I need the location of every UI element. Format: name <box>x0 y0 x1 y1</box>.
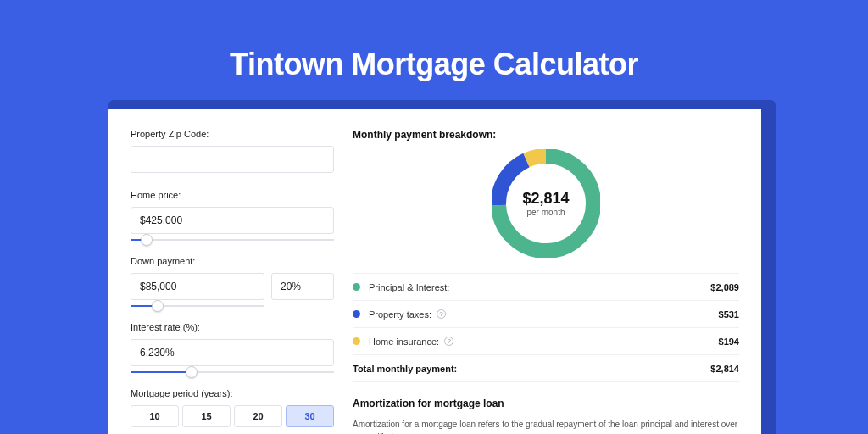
legend-total-value: $2,814 <box>710 364 739 374</box>
legend-row: Home insurance:?$194 <box>353 328 739 355</box>
amortization-section: Amortization for mortgage loan Amortizat… <box>353 398 739 434</box>
donut-chart: $2,814 per month <box>492 149 600 258</box>
page-title: Tintown Mortgage Calculator <box>0 0 868 82</box>
period-option-15[interactable]: 15 <box>182 405 231 427</box>
period-option-20[interactable]: 20 <box>234 405 282 427</box>
amortization-title: Amortization for mortgage loan <box>353 398 739 409</box>
donut-center: $2,814 per month <box>492 149 600 258</box>
legend-row: Property taxes:?$531 <box>353 301 739 328</box>
period-label: Mortgage period (years): <box>131 388 334 398</box>
zip-field: Property Zip Code: <box>131 129 334 173</box>
rate-field: Interest rate (%): <box>131 322 334 366</box>
zip-label: Property Zip Code: <box>131 129 334 139</box>
info-icon[interactable]: ? <box>444 337 453 346</box>
rate-input[interactable] <box>131 339 334 366</box>
price-slider[interactable] <box>131 239 334 241</box>
rate-label: Interest rate (%): <box>131 322 334 332</box>
legend: Principal & Interest:$2,089Property taxe… <box>353 273 739 382</box>
price-field: Home price: <box>131 190 334 234</box>
legend-label: Home insurance:? <box>369 337 719 347</box>
period-option-30[interactable]: 30 <box>286 405 334 427</box>
legend-total-label: Total monthly payment: <box>353 364 710 374</box>
price-slider-handle[interactable] <box>141 234 153 246</box>
down-pct-input[interactable] <box>271 273 334 300</box>
rate-slider-fill <box>131 371 192 373</box>
down-slider-handle[interactable] <box>152 300 164 312</box>
legend-label: Property taxes:? <box>369 309 719 320</box>
period-option-10[interactable]: 10 <box>131 405 179 427</box>
price-label: Home price: <box>131 190 334 200</box>
period-field: Mortgage period (years): 10152030 <box>131 388 334 427</box>
down-field: Down payment: <box>131 256 334 300</box>
rate-slider[interactable] <box>131 371 334 373</box>
price-input[interactable] <box>131 207 334 234</box>
zip-input[interactable] <box>131 146 334 173</box>
donut-caption: per month <box>526 208 565 217</box>
down-input[interactable] <box>131 273 264 300</box>
info-icon[interactable]: ? <box>437 309 446 319</box>
rate-slider-handle[interactable] <box>186 366 198 378</box>
donut-wrap: $2,814 per month <box>353 149 739 258</box>
legend-dot <box>353 283 360 291</box>
legend-value: $2,089 <box>710 282 739 292</box>
breakdown-panel: Monthly payment breakdown: $2,814 per mo… <box>353 129 739 414</box>
breakdown-title: Monthly payment breakdown: <box>353 129 739 141</box>
calculator-card: Property Zip Code: Home price: Down paym… <box>108 108 761 434</box>
inputs-panel: Property Zip Code: Home price: Down paym… <box>131 129 334 414</box>
down-slider[interactable] <box>131 305 264 307</box>
down-label: Down payment: <box>131 256 334 266</box>
legend-dot <box>353 310 360 318</box>
legend-row: Principal & Interest:$2,089 <box>353 274 739 301</box>
period-options: 10152030 <box>131 405 334 427</box>
legend-label: Principal & Interest: <box>369 282 710 292</box>
amortization-body: Amortization for a mortgage loan refers … <box>353 418 739 434</box>
legend-dot <box>353 337 360 345</box>
legend-value: $194 <box>719 337 739 347</box>
legend-value: $531 <box>719 309 739 320</box>
donut-value: $2,814 <box>522 190 569 208</box>
legend-total-row: Total monthly payment:$2,814 <box>353 355 739 382</box>
